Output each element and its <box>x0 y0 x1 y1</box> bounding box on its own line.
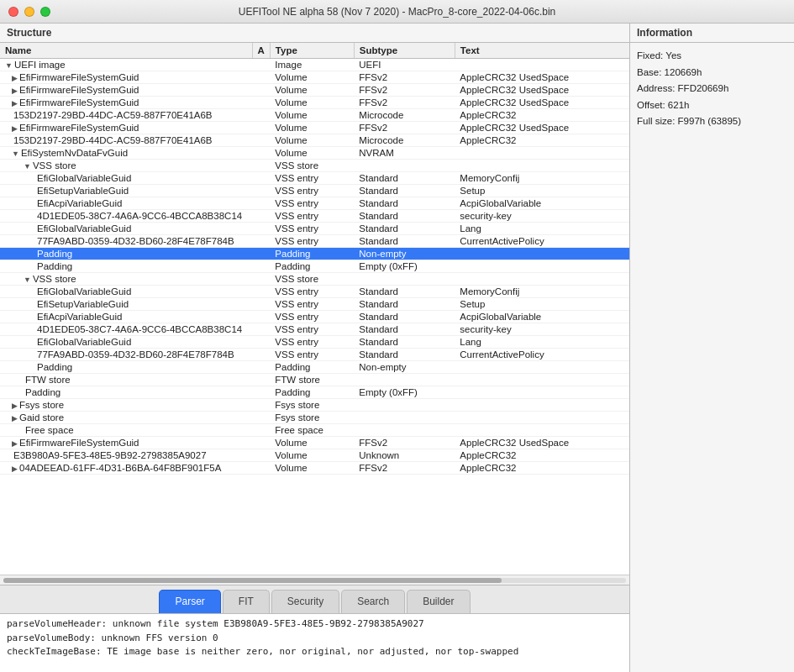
cell-text <box>455 273 629 286</box>
cell-a <box>252 71 270 84</box>
info-content: Fixed: YesBase: 120669hAddress: FFD20669… <box>630 43 794 135</box>
table-row[interactable]: ▼VSS store VSS store <box>0 160 629 172</box>
scrollbar-track[interactable] <box>3 578 626 583</box>
cell-subtype: FFSv2 <box>354 462 455 475</box>
expand-arrow: ▶ <box>12 124 18 133</box>
information-header: Information <box>630 24 794 43</box>
cell-name: 77FA9ABD-0359-4D32-BD60-28F4E78F784B <box>0 235 252 248</box>
tab-builder[interactable]: Builder <box>407 590 470 613</box>
table-row[interactable]: ▶04ADEEAD-61FF-4D31-B6BA-64F8BF901F5A Vo… <box>0 462 629 475</box>
cell-subtype: NVRAM <box>354 147 455 160</box>
table-row[interactable]: Padding Padding Empty (0xFF) <box>0 386 629 399</box>
cell-a <box>252 122 270 134</box>
table-row[interactable]: 4D1EDE05-38C7-4A6A-9CC6-4BCCA8B38C14 VSS… <box>0 210 629 223</box>
tab-fit[interactable]: FIT <box>223 590 270 613</box>
cell-subtype: Standard <box>354 323 455 336</box>
tab-security[interactable]: Security <box>271 590 339 613</box>
cell-name: Padding <box>0 386 252 399</box>
info-line: Offset: 621h <box>637 97 787 114</box>
table-row[interactable]: ▶EfiFirmwareFileSystemGuid Volume FFSv2 … <box>0 71 629 84</box>
table-row[interactable]: ▼UEFI image Image UEFI <box>0 59 629 71</box>
table-row[interactable]: Free space Free space <box>0 424 629 437</box>
table-row[interactable]: EfiSetupVariableGuid VSS entry Standard … <box>0 298 629 311</box>
cell-type: Volume <box>270 84 354 97</box>
cell-type: Free space <box>270 424 354 437</box>
expand-arrow: ▶ <box>12 439 18 448</box>
expand-arrow: ▶ <box>12 74 18 82</box>
window-title: UEFITool NE alpha 58 (Nov 7 2020) - MacP… <box>239 6 556 18</box>
tab-parser[interactable]: Parser <box>159 590 220 613</box>
table-header-row: Name A Type Subtype Text <box>0 43 629 59</box>
table-row[interactable]: 77FA9ABD-0359-4D32-BD60-28F4E78F784B VSS… <box>0 235 629 248</box>
table-row[interactable]: ▶EfiFirmwareFileSystemGuid Volume FFSv2 … <box>0 437 629 449</box>
expand-arrow: ▼ <box>24 276 31 284</box>
table-row[interactable]: Padding Padding Non-empty <box>0 248 629 260</box>
cell-a <box>252 412 270 424</box>
table-row[interactable]: ▶EfiFirmwareFileSystemGuid Volume FFSv2 … <box>0 97 629 109</box>
cell-type: Volume <box>270 449 354 462</box>
cell-type: Volume <box>270 109 354 122</box>
table-row[interactable]: E3B980A9-5FE3-48E5-9B92-2798385A9027 Vol… <box>0 449 629 462</box>
cell-a <box>252 223 270 235</box>
cell-text <box>455 248 629 260</box>
cell-name: 4D1EDE05-38C7-4A6A-9CC6-4BCCA8B38C14 <box>0 323 252 336</box>
table-row[interactable]: Padding Padding Non-empty <box>0 361 629 374</box>
cell-name: 4D1EDE05-38C7-4A6A-9CC6-4BCCA8B38C14 <box>0 210 252 223</box>
cell-type: Padding <box>270 361 354 374</box>
scrollbar-thumb[interactable] <box>3 578 502 583</box>
cell-type: Image <box>270 59 354 71</box>
cell-text: AppleCRC32 UsedSpace <box>455 97 629 109</box>
table-row[interactable]: FTW store FTW store <box>0 374 629 386</box>
cell-subtype: Standard <box>354 210 455 223</box>
maximize-button[interactable] <box>40 7 50 17</box>
table-row[interactable]: ▼VSS store VSS store <box>0 273 629 286</box>
cell-text <box>455 59 629 71</box>
cell-a <box>252 248 270 260</box>
structure-tree[interactable]: Name A Type Subtype Text ▼UEFI image Ima… <box>0 43 629 575</box>
table-row[interactable]: ▶Fsys store Fsys store <box>0 399 629 412</box>
table-row[interactable]: Padding Padding Empty (0xFF) <box>0 260 629 273</box>
tab-search[interactable]: Search <box>341 590 405 613</box>
table-row[interactable]: 4D1EDE05-38C7-4A6A-9CC6-4BCCA8B38C14 VSS… <box>0 323 629 336</box>
table-row[interactable]: ▶EfiFirmwareFileSystemGuid Volume FFSv2 … <box>0 84 629 97</box>
table-row[interactable]: EfiSetupVariableGuid VSS entry Standard … <box>0 185 629 197</box>
cell-a <box>252 109 270 122</box>
table-row[interactable]: EfiAcpiVariableGuid VSS entry Standard A… <box>0 311 629 323</box>
table-row[interactable]: 153D2197-29BD-44DC-AC59-887F70E41A6B Vol… <box>0 109 629 122</box>
cell-text: Lang <box>455 336 629 349</box>
cell-subtype <box>354 424 455 437</box>
table-row[interactable]: 77FA9ABD-0359-4D32-BD60-28F4E78F784B VSS… <box>0 349 629 361</box>
cell-type: FTW store <box>270 374 354 386</box>
cell-text: AppleCRC32 UsedSpace <box>455 84 629 97</box>
titlebar: UEFITool NE alpha 58 (Nov 7 2020) - MacP… <box>0 0 794 24</box>
cell-text: MemoryConfij <box>455 286 629 298</box>
horizontal-scrollbar[interactable] <box>0 575 629 585</box>
cell-type: VSS entry <box>270 223 354 235</box>
cell-text <box>455 399 629 412</box>
cell-a <box>252 449 270 462</box>
table-row[interactable]: EfiAcpiVariableGuid VSS entry Standard A… <box>0 197 629 210</box>
cell-text: AppleCRC32 <box>455 109 629 122</box>
cell-subtype <box>354 273 455 286</box>
table-row[interactable]: EfiGlobalVariableGuid VSS entry Standard… <box>0 286 629 298</box>
table-row[interactable]: ▶EfiFirmwareFileSystemGuid Volume FFSv2 … <box>0 122 629 134</box>
table-row[interactable]: ▼EfiSystemNvDataFvGuid Volume NVRAM <box>0 147 629 160</box>
cell-type: Volume <box>270 97 354 109</box>
cell-a <box>252 424 270 437</box>
table-row[interactable]: EfiGlobalVariableGuid VSS entry Standard… <box>0 172 629 185</box>
minimize-button[interactable] <box>24 7 34 17</box>
cell-subtype: Standard <box>354 298 455 311</box>
cell-a <box>252 84 270 97</box>
cell-name: ▶04ADEEAD-61FF-4D31-B6BA-64F8BF901F5A <box>0 462 252 475</box>
table-row[interactable]: EfiGlobalVariableGuid VSS entry Standard… <box>0 223 629 235</box>
col-header-subtype: Subtype <box>354 43 455 59</box>
table-row[interactable]: EfiGlobalVariableGuid VSS entry Standard… <box>0 336 629 349</box>
close-button[interactable] <box>8 7 18 17</box>
table-row[interactable]: ▶Gaid store Fsys store <box>0 412 629 424</box>
cell-text: Lang <box>455 223 629 235</box>
table-row[interactable]: 153D2197-29BD-44DC-AC59-887F70E41A6B Vol… <box>0 134 629 147</box>
structure-header: Structure <box>0 24 629 43</box>
cell-text: AppleCRC32 <box>455 134 629 147</box>
cell-name: EfiGlobalVariableGuid <box>0 172 252 185</box>
cell-type: VSS entry <box>270 210 354 223</box>
